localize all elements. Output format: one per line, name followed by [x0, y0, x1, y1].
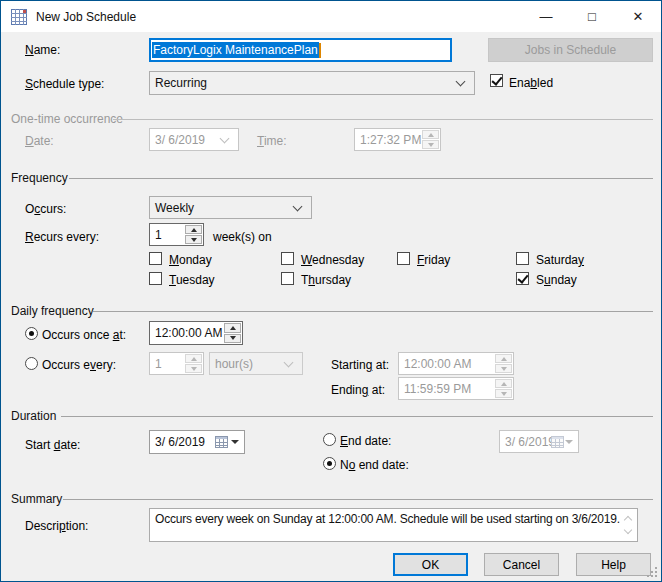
spinner-buttons — [422, 130, 439, 149]
no-end-date-radio[interactable] — [323, 457, 336, 470]
new-job-schedule-dialog: New Job Schedule — □ ✕ Name: FactoryLogi… — [0, 0, 662, 582]
dropdown-arrow-icon — [231, 440, 239, 444]
name-input[interactable]: FactoryLogix MaintenancePlan — [149, 38, 452, 62]
checkbox-tuesday[interactable] — [149, 272, 162, 285]
description-label: Description: — [25, 519, 88, 533]
checkbox-wednesday[interactable] — [281, 252, 294, 265]
close-icon[interactable]: ✕ — [615, 1, 661, 32]
spin-up-button[interactable] — [185, 225, 202, 234]
resize-grip[interactable] — [647, 567, 649, 569]
occurs-value: Weekly — [155, 201, 194, 215]
ending-at-value: 11:59:59 PM — [404, 382, 471, 396]
start-date-picker[interactable]: 3/ 6/2019 — [149, 430, 245, 454]
summary-title: Summary — [11, 492, 62, 506]
occurs-every-spinner: 1 — [149, 352, 204, 375]
jobs-in-schedule-button: Jobs in Schedule — [488, 38, 653, 62]
enabled-checkbox[interactable] — [490, 74, 503, 87]
occurs-select[interactable]: Weekly — [149, 196, 312, 219]
ok-button[interactable]: OK — [393, 553, 468, 576]
window-controls: — □ ✕ — [523, 1, 661, 32]
checkbox-friday-label: Friday — [417, 253, 450, 267]
checkbox-tuesday-label: Tuesday — [169, 273, 215, 287]
occurs-every-label: Occurs every: — [42, 358, 116, 372]
section-divider — [93, 311, 653, 312]
schedule-type-label: Schedule type: — [25, 77, 104, 91]
occurs-every-value: 1 — [155, 357, 162, 371]
window-title: New Job Schedule — [36, 10, 136, 24]
occurs-every-unit-select: hour(s) — [209, 352, 303, 375]
spinner-buttons — [495, 379, 512, 398]
checkbox-monday-label: Monday — [169, 253, 212, 267]
schedule-type-select[interactable]: Recurring — [149, 71, 475, 95]
checkbox-saturday[interactable] — [516, 252, 529, 265]
spin-down-button — [422, 140, 439, 149]
description-box[interactable]: Occurs every week on Sunday at 12:00:00 … — [149, 508, 638, 542]
occurs-once-at-spinner[interactable]: 12:00:00 AM — [149, 321, 243, 345]
starting-at-spinner: 12:00:00 AM — [398, 352, 514, 375]
checkbox-friday[interactable] — [397, 252, 410, 265]
spin-up-button — [495, 354, 512, 363]
starting-at-label: Starting at: — [331, 358, 389, 372]
maximize-icon[interactable]: □ — [569, 1, 615, 32]
checkbox-monday[interactable] — [149, 252, 162, 265]
dropdown-arrow-icon — [565, 440, 573, 444]
spin-up-button[interactable] — [224, 323, 241, 333]
date-label: Date: — [25, 134, 54, 148]
schedule-calendar-icon — [11, 9, 27, 25]
checkbox-sunday[interactable] — [516, 272, 529, 285]
text-caret — [319, 43, 321, 58]
occurs-every-radio[interactable] — [25, 357, 38, 370]
section-divider — [63, 499, 653, 500]
occurs-label: Occurs: — [25, 202, 66, 216]
chevron-down-icon — [456, 77, 466, 87]
enabled-label: Enabled — [509, 76, 553, 90]
spin-down-button[interactable] — [185, 235, 202, 244]
cancel-button[interactable]: Cancel — [484, 553, 559, 576]
recurs-every-spinner[interactable]: 1 — [149, 223, 204, 246]
ending-at-spinner: 11:59:59 PM — [398, 377, 514, 400]
recurs-every-unit: week(s) on — [213, 230, 272, 244]
daily-frequency-title: Daily frequency — [11, 304, 94, 318]
starting-at-value: 12:00:00 AM — [404, 357, 471, 371]
spinner-buttons — [495, 354, 512, 373]
spin-down-button — [185, 364, 202, 373]
end-date-value: 3/ 6/2019 — [505, 435, 555, 449]
spin-up-button — [185, 354, 202, 363]
end-date-radio[interactable] — [323, 433, 336, 446]
section-divider — [69, 178, 653, 179]
section-divider — [113, 119, 653, 120]
occurs-once-at-radio[interactable] — [25, 327, 38, 340]
spin-down-button — [495, 364, 512, 373]
spinner-buttons — [185, 225, 202, 244]
checkbox-thursday[interactable] — [281, 272, 294, 285]
chevron-down-icon — [293, 201, 303, 211]
checkbox-wednesday-label: Wednesday — [301, 253, 364, 267]
checkbox-saturday-label: Saturday — [536, 253, 584, 267]
chevron-down-icon — [284, 357, 294, 367]
end-date-label: End date: — [340, 434, 391, 448]
occurs-every-unit-value: hour(s) — [215, 357, 253, 371]
schedule-type-value: Recurring — [155, 76, 207, 90]
occurs-once-at-label: Occurs once at: — [42, 328, 126, 342]
no-end-date-label: No end date: — [340, 458, 409, 472]
recurs-every-value: 1 — [155, 228, 162, 242]
selected-text: FactoryLogix MaintenancePlan — [152, 42, 319, 58]
checkbox-sunday-label: Sunday — [536, 273, 577, 287]
one-time-date-select: 3/ 6/2019 — [149, 128, 239, 151]
spin-up-button — [495, 379, 512, 388]
duration-title: Duration — [11, 409, 56, 423]
minimize-icon[interactable]: — — [523, 1, 569, 32]
calendar-icon — [551, 436, 564, 448]
frequency-title: Frequency — [11, 171, 68, 185]
spin-up-button — [422, 130, 439, 139]
chevron-down-icon — [220, 133, 230, 143]
recurs-every-label: Recurs every: — [25, 230, 99, 244]
start-date-label: Start date: — [25, 438, 80, 452]
calendar-icon — [215, 436, 228, 448]
one-time-time-spinner: 1:27:32 PM — [354, 128, 441, 151]
spinner-buttons — [185, 354, 202, 373]
spin-down-button[interactable] — [224, 334, 241, 344]
ending-at-label: Ending at: — [331, 383, 385, 397]
one-time-date-value: 3/ 6/2019 — [155, 133, 205, 147]
help-button[interactable]: Help — [576, 553, 651, 576]
